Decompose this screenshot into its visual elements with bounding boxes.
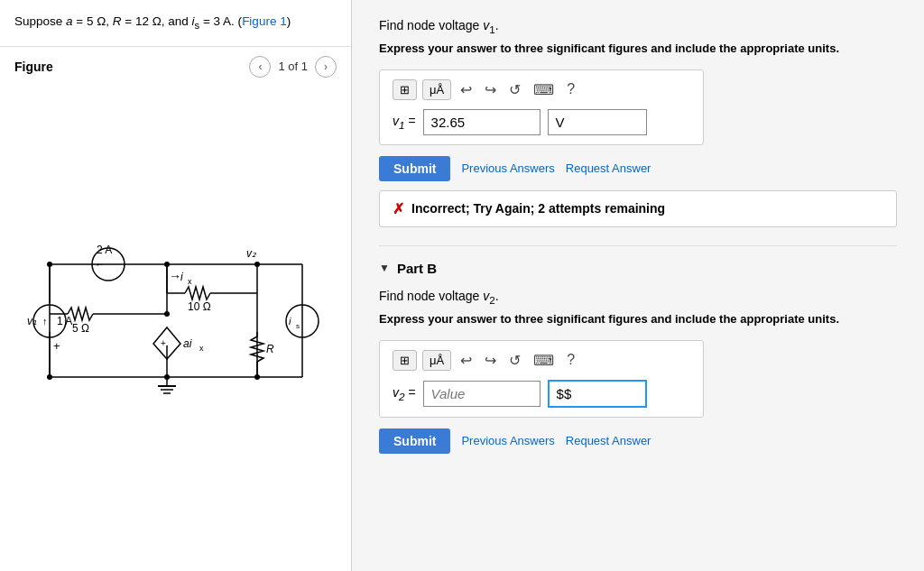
matrix-button[interactable]: ⊞ [393, 79, 417, 100]
svg-text:←: ← [95, 259, 105, 270]
part-a-submit-button[interactable]: Submit [379, 156, 450, 181]
reset-button[interactable]: ↺ [505, 79, 524, 100]
part-a-previous-answers-link[interactable]: Previous Answers [461, 161, 554, 175]
figure-count: 1 of 1 [278, 60, 308, 73]
part-b-submit-button[interactable]: Submit [379, 428, 450, 454]
part-b-keyboard-button[interactable]: ⌨ [530, 350, 558, 371]
svg-text:v₂: v₂ [246, 247, 257, 260]
part-a-feedback-text: Incorrect; Try Again; 2 attempts remaini… [411, 201, 665, 216]
svg-point-45 [164, 262, 170, 267]
part-b-label: Part B [397, 261, 437, 276]
svg-text:R: R [266, 343, 274, 355]
svg-point-49 [164, 311, 170, 317]
part-b-input-row: v2 = [393, 380, 690, 408]
svg-text:↑: ↑ [42, 316, 48, 327]
incorrect-icon: ✗ [393, 200, 404, 217]
problem-statement: Suppose a = 5 Ω, R = 12 Ω, and is = 3 A.… [0, 0, 351, 47]
part-a-var-label: v1 = [393, 114, 416, 131]
svg-text:5 Ω: 5 Ω [72, 322, 89, 335]
figure-link[interactable]: Figure 1 [242, 14, 287, 28]
part-b-toolbar: ⊞ μÅ ↩ ↪ ↺ ⌨ ? [393, 350, 690, 371]
part-b-unit-button[interactable]: μÅ [422, 350, 451, 371]
part-b-reset-button[interactable]: ↺ [505, 350, 524, 371]
part-b-answer-box: ⊞ μÅ ↩ ↪ ↺ ⌨ ? v2 = [379, 340, 704, 418]
part-a-find-text: Find node voltage v1. [379, 18, 897, 35]
part-b-unit-input[interactable] [548, 380, 647, 408]
svg-text:x: x [188, 277, 192, 286]
part-a-request-answer-link[interactable]: Request Answer [566, 161, 651, 175]
svg-text:i: i [289, 316, 291, 327]
circuit-svg: ← 2 A ↑ + 1 A v₁ [23, 228, 329, 418]
svg-text:2 A: 2 A [97, 244, 112, 256]
part-b-section: ▼ Part B Find node voltage v2. Express y… [379, 261, 897, 454]
part-b-undo-button[interactable]: ↩ [457, 350, 476, 371]
svg-text:s: s [296, 322, 300, 330]
svg-text:+: + [161, 338, 166, 348]
svg-text:v₁: v₁ [27, 315, 37, 327]
section-divider [379, 245, 897, 246]
part-b-instruction: Express your answer to three significant… [379, 311, 897, 327]
part-a-input-row: v1 = V [393, 109, 690, 135]
circuit-diagram: ← 2 A ↑ + 1 A v₁ [14, 85, 337, 562]
part-b-request-answer-link[interactable]: Request Answer [566, 434, 651, 447]
part-a-answer-box: ⊞ μÅ ↩ ↪ ↺ ⌨ ? v1 = V [379, 69, 704, 145]
part-a-feedback-box: ✗ Incorrect; Try Again; 2 attempts remai… [379, 190, 897, 227]
svg-text:1 A: 1 A [57, 315, 72, 327]
part-b-unit-icon: μÅ [430, 354, 444, 367]
part-a-actions: Submit Previous Answers Request Answer [379, 156, 897, 181]
left-panel: Suppose a = 5 Ω, R = 12 Ω, and is = 3 A.… [0, 0, 352, 571]
part-b-matrix-button[interactable]: ⊞ [393, 350, 417, 371]
svg-point-46 [164, 374, 170, 380]
part-b-value-input[interactable] [423, 381, 541, 407]
part-a-section: Find node voltage v1. Express your answe… [379, 18, 897, 227]
part-a-toolbar: ⊞ μÅ ↩ ↪ ↺ ⌨ ? [393, 79, 690, 100]
svg-point-48 [47, 374, 52, 380]
part-b-header: ▼ Part B [379, 261, 897, 276]
part-b-matrix-icon: ⊞ [400, 354, 410, 367]
part-a-value-input[interactable] [423, 109, 541, 135]
undo-button[interactable]: ↩ [457, 79, 476, 100]
part-b-var-label: v2 = [393, 385, 416, 402]
svg-point-47 [47, 262, 52, 267]
figure-nav: ‹ 1 of 1 › [249, 56, 337, 78]
help-button[interactable]: ? [563, 79, 578, 99]
keyboard-button[interactable]: ⌨ [530, 79, 558, 100]
matrix-icon: ⊞ [400, 83, 410, 97]
figure-area: Figure ‹ 1 of 1 › [0, 47, 351, 571]
unit-button[interactable]: μÅ [422, 79, 451, 100]
next-figure-button[interactable]: › [315, 56, 337, 78]
svg-text:ai: ai [183, 337, 192, 350]
part-b-redo-button[interactable]: ↪ [481, 350, 500, 371]
part-b-find-text: Find node voltage v2. [379, 289, 897, 306]
part-b-help-button[interactable]: ? [563, 350, 578, 370]
prev-figure-button[interactable]: ‹ [249, 56, 271, 78]
part-a-instruction: Express your answer to three significant… [379, 41, 897, 57]
unit-icon: μÅ [430, 83, 444, 97]
part-b-actions: Submit Previous Answers Request Answer [379, 428, 897, 454]
svg-text:+: + [53, 339, 60, 353]
svg-text:→: → [169, 269, 181, 283]
redo-button[interactable]: ↪ [481, 79, 500, 100]
part-b-previous-answers-link[interactable]: Previous Answers [461, 434, 554, 447]
right-panel: Find node voltage v1. Express your answe… [352, 0, 924, 571]
part-b-toggle[interactable]: ▼ [379, 262, 390, 274]
svg-point-50 [254, 262, 260, 267]
figure-header: Figure ‹ 1 of 1 › [14, 56, 337, 78]
part-a-unit-display: V [548, 109, 647, 135]
svg-text:x: x [199, 344, 204, 353]
figure-title: Figure [14, 60, 53, 74]
svg-point-51 [254, 374, 260, 380]
svg-text:10 Ω: 10 Ω [188, 300, 211, 313]
